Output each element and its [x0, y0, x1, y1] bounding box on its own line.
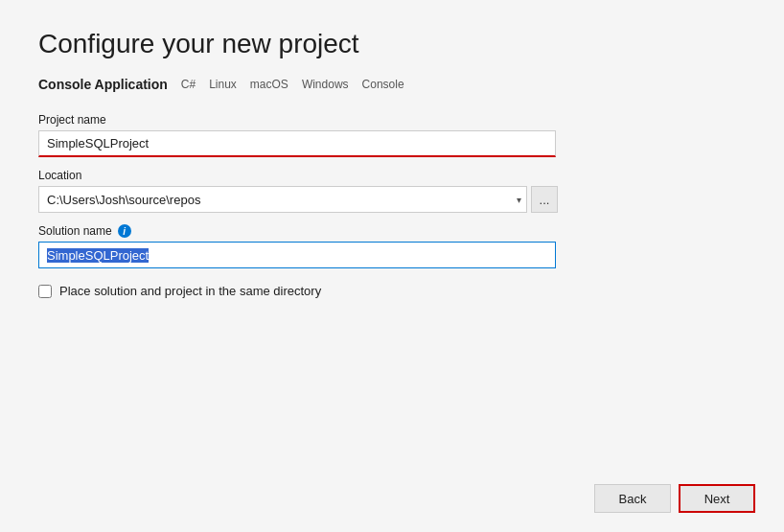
tag-console: Console: [362, 78, 404, 91]
info-icon[interactable]: i: [118, 224, 131, 238]
checkbox-row: Place solution and project in the same d…: [38, 284, 746, 298]
location-select[interactable]: C:\Users\Josh\source\repos: [38, 186, 527, 213]
location-select-wrapper: C:\Users\Josh\source\repos: [38, 186, 527, 213]
subtitle-row: Console Application C# Linux macOS Windo…: [38, 77, 746, 92]
browse-button[interactable]: ...: [531, 186, 558, 213]
same-directory-checkbox[interactable]: [38, 285, 52, 298]
next-button[interactable]: Next: [679, 484, 755, 513]
location-label: Location: [38, 169, 746, 182]
tag-linux: Linux: [209, 78, 237, 91]
bottom-buttons: Back Next: [594, 484, 755, 513]
page-title: Configure your new project: [38, 29, 746, 59]
tag-macos: macOS: [250, 78, 288, 91]
tag-csharp: C#: [181, 78, 196, 91]
form-section: Project name Location C:\Users\Josh\sour…: [38, 113, 746, 298]
solution-name-label: Solution name i: [38, 224, 746, 238]
tag-windows: Windows: [302, 78, 349, 91]
project-name-input[interactable]: [38, 130, 556, 157]
same-directory-label: Place solution and project in the same d…: [59, 284, 321, 298]
solution-name-input[interactable]: [38, 242, 556, 268]
app-name-label: Console Application: [38, 77, 168, 92]
configure-project-dialog: Configure your new project Console Appli…: [0, 0, 784, 532]
location-row: C:\Users\Josh\source\repos ...: [38, 186, 746, 213]
project-name-label: Project name: [38, 113, 746, 127]
back-button[interactable]: Back: [594, 484, 671, 513]
